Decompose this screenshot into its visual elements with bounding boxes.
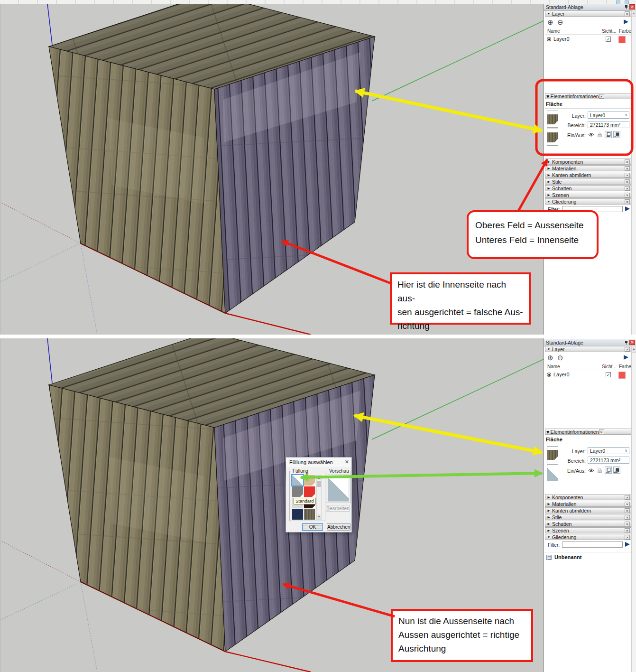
receive-shadow-icon[interactable]: [613, 131, 620, 138]
layer-options-icon[interactable]: [623, 19, 630, 25]
add-layer-button[interactable]: ⊕: [547, 18, 553, 27]
filter-options-icon[interactable]: [625, 541, 631, 548]
expander-open-icon[interactable]: ▼: [546, 200, 551, 203]
layer-dropdown[interactable]: Layer0∨: [588, 112, 629, 119]
expander-collapsed-icon[interactable]: ▶: [546, 193, 551, 197]
panel-header-entity-info[interactable]: ▼ Elementinformationen ✕: [545, 93, 631, 99]
eye-icon[interactable]: [588, 467, 595, 474]
expander-collapsed-icon[interactable]: ▶: [546, 529, 551, 532]
filter-options-icon[interactable]: [625, 206, 631, 212]
pin-icon[interactable]: [625, 341, 628, 345]
expander-collapsed-icon[interactable]: ▶: [546, 522, 551, 526]
expander-open-icon[interactable]: ▼: [546, 12, 551, 15]
expander-collapsed-icon[interactable]: ▶: [546, 509, 551, 513]
lock-icon[interactable]: [596, 131, 603, 138]
panel-close-icon[interactable]: ✕: [625, 522, 630, 526]
panel-close-icon[interactable]: ✕: [625, 528, 630, 533]
panel-close-icon[interactable]: ✕: [625, 186, 630, 191]
layer-options-icon[interactable]: [623, 355, 630, 361]
tray-scrollbar[interactable]: ▲: [631, 346, 636, 672]
panel-header-stile[interactable]: ▶Stile✕: [545, 514, 631, 520]
receive-shadow-icon[interactable]: [613, 467, 620, 474]
eye-icon[interactable]: [588, 131, 595, 138]
lock-icon[interactable]: [596, 467, 603, 474]
cast-shadow-icon[interactable]: [605, 467, 612, 474]
radio-icon[interactable]: [547, 37, 551, 41]
filter-input[interactable]: [562, 541, 623, 548]
front-material-thumbnail[interactable]: [547, 111, 558, 128]
panel-close-icon[interactable]: ✕: [625, 508, 630, 513]
tray-scrollbar[interactable]: ▲: [631, 10, 636, 335]
cast-shadow-icon[interactable]: [605, 131, 612, 138]
panel-close-icon[interactable]: ✕: [599, 94, 604, 99]
panel-header-layer[interactable]: ▼ Layer ✕: [545, 10, 631, 17]
area-input[interactable]: 2721173 mm²: [588, 121, 629, 128]
expander-collapsed-icon[interactable]: ▶: [546, 187, 551, 190]
pin-icon[interactable]: [625, 5, 628, 9]
back-material-thumbnail[interactable]: [547, 129, 558, 146]
panel-header-komponenten[interactable]: ▶Komponenten✕: [545, 494, 631, 500]
close-icon[interactable]: ✕: [629, 340, 635, 345]
panel-close-icon[interactable]: ✕: [625, 173, 630, 177]
swatch-scrollbar[interactable]: ▲ ▼: [316, 475, 322, 520]
panel-close-icon[interactable]: ✕: [625, 159, 630, 164]
layer-color-swatch[interactable]: [618, 372, 626, 379]
swatch-red[interactable]: [304, 486, 315, 497]
outliner-item[interactable]: Unbenannt: [544, 552, 631, 560]
remove-layer-button[interactable]: ⊖: [557, 354, 563, 362]
panel-close-icon[interactable]: ✕: [625, 515, 630, 520]
expander-collapsed-icon[interactable]: ▶: [546, 160, 551, 164]
close-icon[interactable]: ✕: [629, 4, 635, 9]
expander-collapsed-icon[interactable]: ▶: [546, 180, 551, 184]
expander-collapsed-icon[interactable]: ▶: [546, 173, 551, 177]
panel-close-icon[interactable]: ✕: [625, 502, 630, 506]
panel-header-szenen[interactable]: ▶Szenen✕: [545, 527, 631, 533]
swatch-standard[interactable]: [292, 475, 303, 485]
panel-header-schatten[interactable]: ▶Schatten✕: [545, 521, 631, 527]
panel-header-kanten[interactable]: ▶Kanten abmildern✕: [545, 172, 631, 178]
layer-row[interactable]: Layer0 ✓: [545, 36, 631, 44]
swatch-navy[interactable]: [292, 509, 303, 520]
panel-close-icon[interactable]: ✕: [625, 166, 630, 171]
swatch-tan[interactable]: [304, 475, 315, 485]
panel-header-kanten[interactable]: ▶Kanten abmildern✕: [545, 507, 631, 513]
panel-header-szenen[interactable]: ▶Szenen✕: [545, 192, 631, 198]
panel-close-icon[interactable]: ✕: [625, 495, 630, 500]
expander-open-icon[interactable]: ▼: [545, 429, 550, 435]
panel-close-icon[interactable]: ✕: [625, 535, 630, 540]
tray-titlebar[interactable]: Standard-Ablage ✕: [544, 339, 636, 346]
layer-color-swatch[interactable]: [618, 36, 626, 43]
panel-close-icon[interactable]: ✕: [625, 11, 630, 16]
panel-close-icon[interactable]: ✕: [625, 193, 630, 197]
scroll-down-icon[interactable]: ▼: [317, 514, 321, 519]
panel-header-schatten[interactable]: ▶Schatten✕: [545, 185, 631, 191]
expander-collapsed-icon[interactable]: ▶: [546, 515, 551, 519]
panel-header-layer[interactable]: ▼ Layer ✕: [545, 346, 631, 352]
layer-dropdown[interactable]: Layer0∨: [588, 447, 629, 454]
expander-collapsed-icon[interactable]: ▶: [546, 167, 551, 170]
visible-checkbox[interactable]: ✓: [606, 37, 611, 42]
scroll-up-icon[interactable]: ▲: [317, 476, 321, 480]
expander-open-icon[interactable]: ▼: [545, 93, 550, 99]
swatch-gray[interactable]: [292, 486, 303, 497]
expander-open-icon[interactable]: ▼: [546, 347, 551, 351]
panel-header-materialien[interactable]: ▶Materialien✕: [545, 165, 631, 171]
area-input[interactable]: 2721173 mm²: [588, 457, 629, 464]
panel-header-komponenten[interactable]: ▶Komponenten✕: [545, 159, 631, 165]
panel-close-icon[interactable]: ✕: [625, 199, 630, 204]
panel-close-icon[interactable]: ✕: [625, 347, 630, 352]
scroll-up-icon[interactable]: ▲: [632, 346, 636, 353]
front-material-thumbnail[interactable]: [547, 446, 558, 463]
panel-header-materialien[interactable]: ▶Materialien✕: [545, 501, 631, 507]
cancel-button[interactable]: Abbrechen: [327, 523, 350, 531]
dialog-titlebar[interactable]: Füllung auswählen ✕: [286, 457, 351, 467]
expander-open-icon[interactable]: ▼: [546, 535, 551, 539]
panel-close-icon[interactable]: ✕: [625, 179, 630, 184]
scrollbar-thumb[interactable]: [317, 481, 321, 487]
tray-titlebar[interactable]: Standard-Ablage ✕: [544, 4, 636, 11]
radio-icon[interactable]: [547, 373, 551, 377]
add-layer-button[interactable]: ⊕: [547, 354, 553, 362]
expander-collapsed-icon[interactable]: ▶: [546, 495, 551, 499]
panel-header-stile[interactable]: ▶Stile✕: [545, 178, 631, 185]
panel-header-gliederung[interactable]: ▼Gliederung✕: [545, 534, 631, 540]
